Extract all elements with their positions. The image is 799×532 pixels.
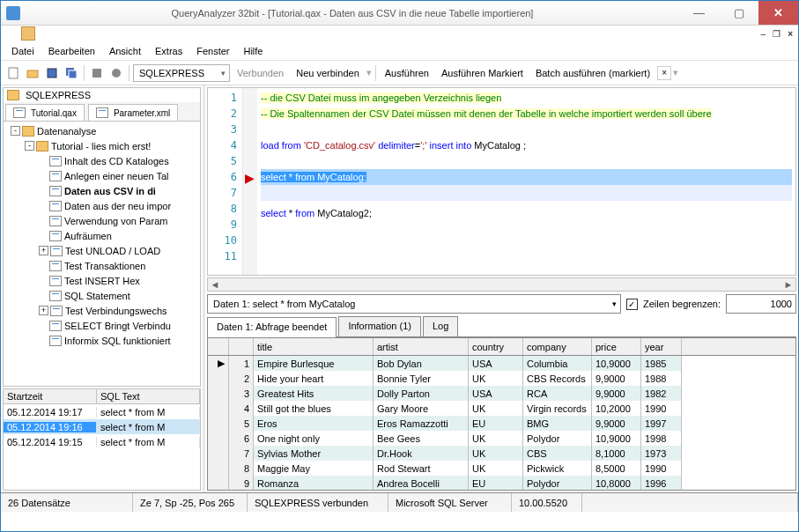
history-body[interactable]: 05.12.2014 19:17select * from M05.12.201… [4,404,200,490]
run-selected-button[interactable]: Ausführen Markiert [436,68,529,78]
result-tab[interactable]: Log [423,316,458,336]
table-row[interactable]: 8Maggie MayRod StewartUKPickwick8,500019… [208,461,795,476]
new-icon[interactable] [4,64,22,82]
table-row[interactable]: 3Greatest HitsDolly PartonUSARCA9,900019… [208,386,795,401]
table-row[interactable]: ▶1Empire BurlesqueBob DylanUSAColumbia10… [208,356,795,371]
limit-label: Zeilen begrenzen: [643,299,721,309]
menu-ansicht[interactable]: Ansicht [102,44,148,58]
tree-toggle[interactable]: + [39,246,48,255]
saveall-icon[interactable] [63,64,80,82]
close-button[interactable]: ✕ [758,1,798,25]
tool1-icon[interactable] [88,64,106,82]
connection-status: Verbunden [232,68,289,78]
mdi-close[interactable]: × [788,29,793,39]
table-row[interactable]: 4Still got the bluesGary MooreUKVirgin r… [208,401,795,416]
stop-button[interactable]: × [657,66,671,80]
col-header[interactable] [208,338,229,355]
table-row[interactable]: 6One night onlyBee GeesUKPolydor10,90001… [208,431,795,446]
tree-item[interactable]: +Test Verbindungswechs [4,303,200,318]
tree-item[interactable]: Anlegen einer neuen Tal [4,168,200,183]
tree-toggle[interactable]: - [25,141,34,151]
mdi-restore[interactable]: ❐ [773,29,781,39]
db-name: SQLEXPRESS [26,90,91,100]
tree-item[interactable]: SQL Statement [4,288,200,303]
table-row[interactable]: 5ErosEros RamazzottiEUBMG9,90001997 [208,416,795,431]
open-icon[interactable] [24,64,41,82]
tree-item[interactable]: Test INSERT Hex [4,273,200,288]
page-icon [49,231,62,241]
editor-hscroll[interactable]: ◄► [207,277,796,292]
tree-item[interactable]: Informix SQL funktioniert [4,333,200,348]
result-grid[interactable]: titleartistcountrycompanypriceyear ▶1Emp… [207,337,796,491]
tree-item[interactable]: SELECT Bringt Verbindu [4,318,200,333]
col-header[interactable] [229,338,254,355]
tree-toggle[interactable]: - [11,126,20,136]
menu-bearbeiten[interactable]: Bearbeiten [41,44,102,58]
tree-item[interactable]: Inhalt des CD Kataloges [4,153,200,168]
database-combo[interactable]: SQLEXPRESS [133,64,230,82]
code-area[interactable]: -- die CSV Datei muss im angegeben Verze… [257,88,795,275]
tree-toggle[interactable]: + [39,306,48,315]
col-header[interactable]: title [254,338,374,355]
menu-hilfe[interactable]: Hilfe [236,44,270,58]
menu-fenster[interactable]: Fenster [189,44,236,58]
grid-header: titleartistcountrycompanypriceyear [208,338,795,356]
maximize-button[interactable]: ▢ [719,1,758,25]
history-row[interactable]: 05.12.2014 19:16select * from M [4,419,200,434]
svg-rect-2 [48,69,56,78]
page-icon [49,171,62,181]
grid-body[interactable]: ▶1Empire BurlesqueBob DylanUSAColumbia10… [208,356,795,490]
folder-icon [36,141,48,151]
titlebar: QueryAnalyzer 32bit - [Tutorial.qax - Da… [1,1,798,26]
window-title: QueryAnalyzer 32bit - [Tutorial.qax - Da… [26,8,679,18]
batch-run-button[interactable]: Batch ausführen (markiert) [530,68,655,78]
history-row[interactable]: 05.12.2014 19:17select * from M [4,404,200,419]
result-tab[interactable]: Daten 1: Abfrage beendet [207,317,337,337]
tree-item[interactable]: +Test UNLOAD / LOAD [4,243,200,258]
minimize-button[interactable]: — [679,1,719,25]
reconnect-button[interactable]: Neu verbinden [291,68,365,78]
tree-item[interactable]: Aufräumen [4,228,200,243]
tree-view[interactable]: -Datenanalyse-Tutorial - lies mich erst!… [4,122,200,386]
tree-item[interactable]: -Tutorial - lies mich erst! [4,138,200,153]
col-header[interactable]: artist [374,338,469,355]
result-tab[interactable]: Information (1) [338,316,421,336]
code-editor[interactable]: 1234567891011 -- die CSV Datei muss im a… [207,87,796,276]
menu-datei[interactable]: Datei [4,44,41,58]
tree-item[interactable]: Daten aus CSV in di [4,183,200,198]
limit-checkbox[interactable]: ✓ [626,299,638,310]
result-selector[interactable]: Daten 1: select * from MyCatalog [207,294,621,314]
mdi-minimize[interactable]: – [761,29,766,39]
svg-point-6 [112,69,121,78]
col-header[interactable]: country [469,338,523,355]
tree-item[interactable]: -Datenanalyse [4,123,200,138]
history-row[interactable]: 05.12.2014 19:15select * from M [4,434,200,449]
file-tab[interactable]: Parameter.xml [88,104,178,121]
table-row[interactable]: 7Sylvias MotherDr.HookUKCBS8,10001973 [208,446,795,461]
table-row[interactable]: 9RomanzaAndrea BocelliEUPolydor10,800019… [208,476,795,490]
run-button[interactable]: Ausführen [380,68,434,78]
svg-rect-0 [9,68,18,78]
col-header[interactable]: company [523,338,592,355]
col-header[interactable]: year [641,338,682,355]
col-header[interactable]: price [592,338,641,355]
table-row[interactable]: 2Hide your heartBonnie TylerUKCBS Record… [208,371,795,386]
db-header: SQLEXPRESS [4,88,200,102]
file-tab[interactable]: Tutorial.qax [5,104,85,121]
page-icon [49,186,62,196]
history-col-time[interactable]: Startzeit [4,389,97,403]
save-icon[interactable] [43,64,61,82]
tree-item[interactable]: Test Transaktionen [4,258,200,273]
tool2-icon[interactable] [107,64,125,82]
history-panel: Startzeit SQL Text 05.12.2014 19:17selec… [3,388,201,491]
folder-icon [22,126,34,137]
status-pos: Ze 7, Sp -25, Pos 265 [133,493,248,512]
status-count: 26 Datensätze [1,493,133,512]
history-col-sql[interactable]: SQL Text [97,389,200,403]
folder-icon [7,90,19,100]
menu-extras[interactable]: Extras [148,44,189,58]
tree-item[interactable]: Daten aus der neu impor [4,198,200,213]
limit-input[interactable]: 1000 [726,294,796,314]
svg-rect-4 [69,70,77,78]
tree-item[interactable]: Verwendung von Param [4,213,200,228]
